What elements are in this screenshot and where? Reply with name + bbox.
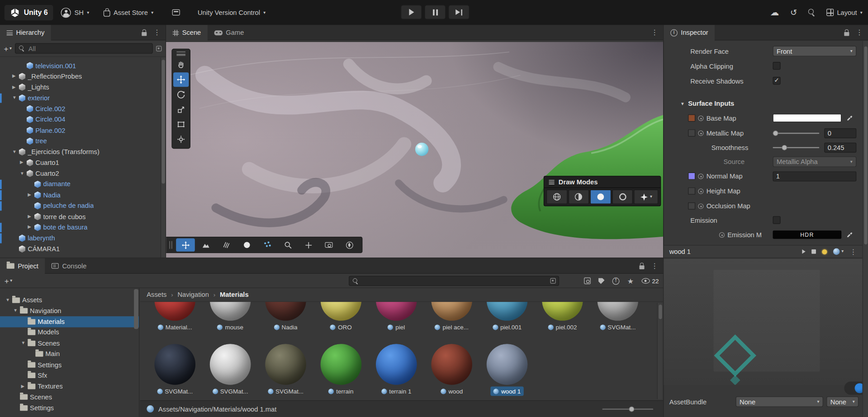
eyedropper-button[interactable] [846,230,854,237]
normal-scale-field[interactable]: 1 [773,171,856,181]
foldout-arrow-icon[interactable]: ▼ [21,341,28,346]
material-preview-area[interactable] [664,259,862,385]
hierarchy-item[interactable]: laberynth [0,233,166,244]
unlit-mode-button[interactable] [612,190,633,204]
foldout-arrow-icon[interactable]: ▶ [12,85,19,89]
material-tile[interactable]: Material... [147,302,203,332]
kebab-menu-icon[interactable]: ⋮ [651,29,658,36]
slider-knob[interactable] [773,131,778,136]
hierarchy-item[interactable]: ▶_ReflectionProbes [0,71,166,82]
kebab-menu-icon[interactable]: ⋮ [153,29,161,36]
project-folder-item[interactable]: Sfx [0,370,139,381]
shaded-wireframe-mode-button[interactable] [568,190,589,204]
occlusion-map-texture-slot[interactable] [688,202,695,210]
foldout-arrow-icon[interactable]: ▼ [12,96,19,100]
search-icon[interactable] [808,9,816,16]
emission-checkbox[interactable] [773,216,780,224]
overlay-drag-handle[interactable] [169,241,172,249]
project-search-input[interactable] [349,276,559,286]
object-picker-icon[interactable] [719,232,725,238]
hierarchy-item[interactable]: ▼exterior [0,93,166,103]
overlay-grip-icon[interactable] [549,180,555,184]
source-dropdown[interactable]: Metallic Alpha ▾ [773,156,856,167]
hierarchy-item[interactable]: ▼_Ejercicios (Transforms) [0,146,166,157]
emission-hdr-color-field[interactable]: HDR [773,230,841,239]
object-picker-icon[interactable] [698,173,703,179]
assetbundle-dropdown[interactable]: None ▾ [735,397,823,407]
hierarchy-item[interactable]: tree [0,136,166,146]
foldout-arrow-icon[interactable]: ▼ [12,150,19,154]
history-icon[interactable]: ↺ [790,8,797,16]
package-archive-button[interactable] [172,9,180,15]
add-gameobject-button[interactable]: + ▾ [4,44,12,53]
material-tile[interactable]: SVGMat... [258,344,313,396]
search-picker-icon[interactable] [550,278,556,284]
object-picker-icon[interactable] [698,203,703,209]
foldout-arrow-icon[interactable]: ▶ [12,74,19,79]
lock-icon[interactable] [844,32,849,36]
cloud-icon[interactable]: ☁ [770,8,779,17]
hidden-items-toggle[interactable]: 22 [641,277,659,284]
scatter-brush-button[interactable] [258,238,277,251]
object-picker-icon[interactable] [698,131,703,136]
move-tool[interactable] [173,72,189,87]
material-tile[interactable]: SVGMat... [203,344,258,396]
hierarchy-item[interactable]: ▶Cuarto1 [0,157,166,168]
project-folder-item[interactable]: Main [0,349,139,360]
thumbnail-zoom-slider[interactable] [602,405,654,412]
hierarchy-item[interactable]: CÁMARA1 [0,244,166,254]
project-folder-item[interactable]: ▼Scenes [0,338,139,349]
label-tag-icon[interactable] [598,278,604,284]
slider-knob[interactable] [629,406,634,412]
foldout-arrow-icon[interactable]: ▶ [21,384,28,389]
material-tile[interactable]: terrain [313,344,369,396]
material-tile[interactable]: wood 1 [479,344,535,396]
search-provider-icon[interactable] [584,277,591,284]
rotate-tool[interactable] [173,87,189,102]
scrollbar-thumb[interactable] [659,305,662,319]
material-tile[interactable]: mouse [203,302,258,332]
metallic-slider[interactable] [773,129,819,137]
normal-map-texture-slot[interactable] [688,173,695,180]
material-tile[interactable]: Nadia [258,302,313,332]
scrollbar-thumb[interactable] [161,60,165,183]
create-asset-button[interactable]: + ▾ [5,276,12,285]
hierarchy-item[interactable]: ▶_Lights [0,82,166,93]
navigation-overlay-button[interactable] [340,238,359,251]
transform-tool[interactable] [173,132,189,147]
lock-icon[interactable] [640,265,645,269]
lighting-mode-dropdown[interactable]: ▾ [634,190,658,204]
material-tile[interactable]: terrain 1 [369,344,424,396]
project-folder-item[interactable]: Materials [0,316,139,327]
foldout-arrow-icon[interactable]: ▶ [28,193,34,197]
scrollbar-thumb[interactable] [864,47,867,244]
zoom-tool-button[interactable] [279,238,298,251]
alpha-clipping-checkbox[interactable] [773,62,780,70]
play-button[interactable] [401,5,422,19]
sphere-brush-button[interactable] [237,238,256,251]
material-tile[interactable]: piel [369,302,424,332]
transform-overlay-button[interactable] [299,238,318,251]
search-picker-icon[interactable] [156,46,161,51]
pause-button[interactable] [425,5,446,19]
metallic-value-field[interactable]: 0 [824,128,856,138]
surface-inputs-foldout[interactable]: ▼ Surface Inputs [664,97,857,109]
hierarchy-item[interactable]: diamante [0,179,166,190]
asset-store-menu[interactable]: Asset Store ▾ [104,8,153,16]
object-picker-icon[interactable] [698,116,703,121]
tab-hierarchy[interactable]: Hierarchy [0,24,51,40]
layout-menu[interactable]: Layout ▾ [826,9,863,16]
project-folder-item[interactable]: Models [0,327,139,338]
material-tile[interactable]: ORO [313,302,369,332]
metallic-map-texture-slot[interactable] [688,129,695,136]
hierarchy-item[interactable]: Circle.004 [0,114,166,125]
project-tree-scrollbar-thumb[interactable] [134,289,138,329]
hierarchy-item[interactable]: peluche de nadia [0,201,166,211]
material-tile[interactable]: SVGMat... [147,344,203,396]
warnings-filter-icon[interactable] [612,277,620,285]
hierarchy-item[interactable]: ▶torre de cubos [0,211,166,222]
breadcrumb-item-current[interactable]: Materials [220,291,249,299]
wireframe-mode-button[interactable] [546,190,567,204]
paint-details-button[interactable] [217,238,236,251]
height-map-texture-slot[interactable] [688,187,695,195]
